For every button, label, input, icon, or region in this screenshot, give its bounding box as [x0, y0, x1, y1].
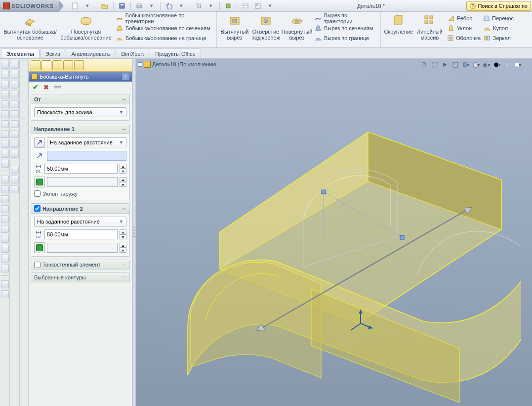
zoom-fit-button[interactable]	[420, 60, 429, 69]
rebuild-button[interactable]	[223, 1, 234, 11]
dropdown-arrow[interactable]: ▾	[205, 1, 216, 11]
revolved-boss-button[interactable]: Повернутая бобышка/основание	[59, 14, 113, 41]
tool-generic[interactable]	[11, 110, 19, 118]
zoom-area-button[interactable]	[430, 60, 439, 69]
flyout-tree[interactable]: + Деталь10 (По умолчанию...	[138, 61, 221, 68]
help-search[interactable]: Поиск в Справке по	[466, 1, 531, 11]
tool-generic[interactable]	[1, 110, 9, 118]
draft-toggle-button[interactable]	[34, 242, 45, 253]
tool-generic[interactable]	[1, 100, 9, 108]
swept-boss-button[interactable]: Бобышка/основание по траектории	[115, 14, 213, 23]
tool-generic[interactable]	[11, 120, 19, 128]
panel-resize-handle[interactable]	[132, 59, 136, 406]
boundary-cut-button[interactable]: Вырез по границе	[313, 34, 377, 43]
dir1-distance-stepper[interactable]: ▲▼	[120, 164, 126, 174]
dome-button[interactable]: Купол	[482, 24, 512, 33]
draft-outward-checkbox[interactable]: Уклон наружу	[34, 190, 126, 197]
detailed-preview-button[interactable]: 👓	[54, 84, 61, 90]
panel-tab-dimxpert[interactable]	[63, 60, 73, 70]
tab-evaluate[interactable]: Анализировать	[66, 48, 115, 58]
section-selected-contours[interactable]: Выбранные контуры﹀	[31, 272, 130, 282]
dir2-draft-input[interactable]	[47, 243, 118, 253]
pm-help-button[interactable]: ?	[122, 73, 129, 80]
dir1-distance-input[interactable]	[44, 164, 118, 174]
wrap-button[interactable]: Перенос	[482, 14, 512, 23]
tool-generic[interactable]	[1, 255, 9, 263]
section-dir1-header[interactable]: Направление 1︿	[31, 124, 129, 134]
hide-show-button[interactable]: ◉▾	[482, 60, 491, 69]
fillet-button[interactable]: Скругление	[384, 14, 413, 35]
open-file-button[interactable]	[99, 1, 110, 11]
options-button[interactable]	[240, 1, 251, 11]
dir2-draft-stepper[interactable]: ▲▼	[120, 243, 126, 253]
extruded-cut-button[interactable]: Вытянутый вырез	[220, 14, 249, 41]
dropdown-arrow[interactable]: ▾	[82, 1, 93, 11]
tool-generic[interactable]	[1, 195, 9, 203]
expand-icon[interactable]: +	[138, 62, 142, 67]
dir2-distance-input[interactable]	[44, 229, 118, 239]
save-button[interactable]	[117, 1, 127, 11]
panel-tab-config[interactable]	[52, 60, 62, 70]
rib-button[interactable]: Ребро	[446, 14, 481, 23]
tab-office[interactable]: Продукты Office	[150, 48, 201, 58]
section-from-header[interactable]: От︿	[31, 94, 129, 104]
tool-generic[interactable]	[1, 225, 9, 233]
cancel-button[interactable]: ✖	[43, 84, 49, 91]
tool-generic[interactable]	[1, 120, 9, 128]
tool-generic[interactable]	[1, 71, 9, 79]
dropdown-arrow[interactable]: ▾	[265, 1, 276, 11]
hole-wizard-button[interactable]: Отверстие под крепеж	[251, 14, 281, 41]
tool-generic[interactable]	[11, 150, 19, 158]
tool-generic[interactable]	[11, 166, 19, 174]
tool-generic[interactable]	[11, 100, 19, 108]
tab-dimxpert[interactable]: DimXpert	[116, 48, 149, 58]
linear-pattern-button[interactable]: Линейный массив	[415, 14, 445, 41]
tool-generic[interactable]	[11, 140, 19, 148]
tool-generic[interactable]	[11, 176, 19, 183]
print-button[interactable]	[134, 1, 145, 11]
dir1-direction-field[interactable]	[47, 151, 126, 161]
tool-generic[interactable]	[11, 130, 19, 138]
tool-generic[interactable]	[1, 90, 9, 98]
tab-sketch[interactable]: Эскиз	[40, 48, 65, 58]
tool-generic[interactable]	[1, 81, 9, 89]
tool-generic[interactable]	[11, 71, 19, 79]
previous-view-button[interactable]	[441, 60, 450, 69]
tool-generic[interactable]	[1, 176, 9, 183]
display-style-button[interactable]: ▾	[461, 60, 470, 69]
swept-cut-button[interactable]: Вырез по траектории	[313, 14, 377, 23]
tool-generic[interactable]	[1, 235, 9, 243]
section-thin-feature[interactable]: Тонкостенный элемент﹀	[31, 260, 130, 270]
tool-generic[interactable]	[1, 61, 9, 69]
section-view-button[interactable]	[451, 60, 460, 69]
tool-generic[interactable]	[11, 185, 19, 193]
dir1-end-condition[interactable]: На заданное расстояние▼	[47, 137, 126, 147]
dropdown-arrow[interactable]: ▾	[146, 1, 157, 11]
panel-tab-property-manager[interactable]	[41, 60, 51, 70]
tool-generic[interactable]	[1, 205, 9, 213]
dir1-draft-stepper[interactable]: ▲▼	[120, 177, 126, 187]
dir2-end-condition[interactable]: На заданное расстояние▼	[34, 217, 126, 226]
appearance-button[interactable]	[252, 1, 263, 11]
tool-generic[interactable]	[1, 280, 9, 288]
extruded-boss-button[interactable]: Вытянутая бобышка/основание	[3, 14, 57, 41]
apply-scene-button[interactable]	[503, 60, 512, 69]
mirror-button[interactable]: Зеркал	[482, 34, 512, 43]
draft-toggle-button[interactable]	[34, 177, 45, 187]
tool-generic[interactable]	[1, 265, 9, 272]
edit-appearance-button[interactable]: ▾	[492, 60, 501, 69]
select-button[interactable]	[193, 1, 204, 11]
draft-button[interactable]: Уклон	[446, 24, 481, 33]
lofted-boss-button[interactable]: Бобышка/основание по сечениям	[115, 24, 213, 33]
tab-features[interactable]: Элементы	[1, 48, 40, 58]
thin-checkbox[interactable]	[34, 262, 41, 268]
tool-generic[interactable]	[11, 61, 19, 69]
dropdown-arrow[interactable]: ▾	[176, 1, 187, 11]
undo-button[interactable]	[164, 1, 174, 11]
tool-generic[interactable]	[1, 185, 9, 193]
tool-generic[interactable]	[1, 160, 9, 168]
tool-generic[interactable]	[11, 81, 19, 89]
tool-generic[interactable]	[1, 290, 9, 298]
reverse-direction-button[interactable]	[34, 137, 45, 148]
new-file-button[interactable]	[70, 1, 81, 11]
